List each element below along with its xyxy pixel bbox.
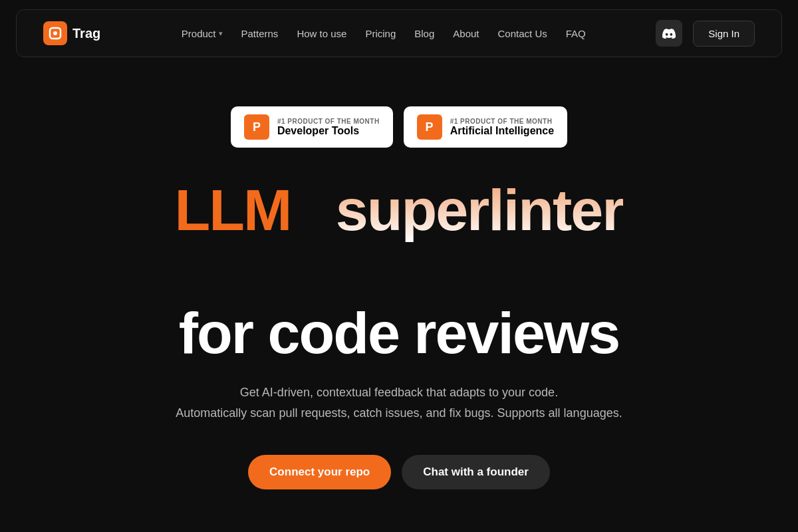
producthunt-icon-1: P (244, 114, 269, 140)
nav-how-to-use[interactable]: How to use (297, 28, 346, 39)
logo-icon (43, 21, 67, 45)
hero-subtext: Get AI-driven, contextual feedback that … (176, 382, 622, 423)
badge-developer-tools: P #1 PRODUCT OF THE MONTH Developer Tool… (231, 106, 393, 148)
nav-links: Product ▾ Patterns How to use Pricing Bl… (132, 28, 634, 39)
discord-button[interactable] (656, 20, 682, 47)
nav-faq[interactable]: FAQ (566, 28, 586, 39)
svg-point-1 (53, 31, 57, 35)
nav-pricing[interactable]: Pricing (365, 28, 396, 39)
nav-contact[interactable]: Contact Us (498, 28, 547, 39)
chat-founder-button[interactable]: Chat with a founder (402, 455, 550, 489)
badge-1-text: #1 PRODUCT OF THE MONTH Developer Tools (277, 118, 380, 137)
logo[interactable]: Trag (43, 21, 100, 45)
hero-headline: LLM superlinter for code reviews (175, 180, 624, 364)
nav-blog[interactable]: Blog (414, 28, 434, 39)
chevron-down-icon: ▾ (219, 29, 223, 38)
nav-patterns[interactable]: Patterns (241, 28, 279, 39)
connect-repo-button[interactable]: Connect your repo (248, 455, 391, 489)
producthunt-icon-2: P (417, 114, 442, 140)
signin-button[interactable]: Sign In (693, 21, 755, 47)
product-badges: P #1 PRODUCT OF THE MONTH Developer Tool… (231, 106, 567, 148)
navbar: Trag Product ▾ Patterns How to use Prici… (16, 9, 782, 57)
nav-product[interactable]: Product ▾ (182, 28, 223, 39)
hero-section: P #1 PRODUCT OF THE MONTH Developer Tool… (0, 66, 798, 532)
nav-right: Sign In (656, 20, 755, 47)
nav-about[interactable]: About (453, 28, 479, 39)
badge-ai: P #1 PRODUCT OF THE MONTH Artificial Int… (404, 106, 567, 148)
badge-2-text: #1 PRODUCT OF THE MONTH Artificial Intel… (450, 118, 554, 137)
cta-buttons: Connect your repo Chat with a founder (248, 455, 550, 489)
logo-text: Trag (72, 26, 100, 41)
